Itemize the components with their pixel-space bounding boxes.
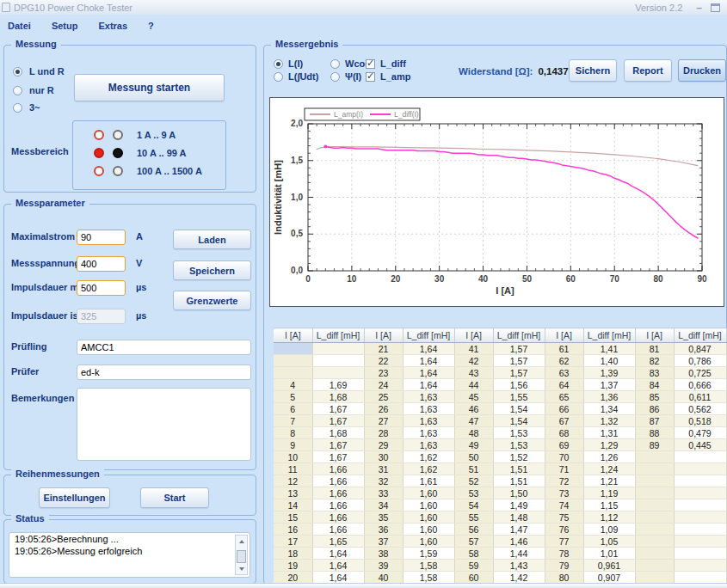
cell-current[interactable]: 66 [545,403,583,415]
cell-ldiff[interactable]: 1,36 [583,391,635,403]
cell-ldiff[interactable] [674,524,726,536]
cell-ldiff[interactable]: 1,66 [312,499,364,511]
cell-ldiff[interactable]: 1,21 [583,475,635,487]
cell-ldiff[interactable] [674,548,726,560]
cell-ldiff[interactable]: 0,611 [674,391,726,403]
maximalstrom-input[interactable] [77,230,126,245]
cell-current[interactable] [274,367,312,379]
cell-current[interactable] [635,463,674,475]
cell-current[interactable]: 78 [545,548,583,560]
cell-current[interactable]: 26 [364,403,403,415]
cell-ldiff[interactable]: 1,43 [493,560,545,572]
minimize-icon[interactable]: – [696,3,702,12]
menu-item-datei[interactable]: Datei [0,21,41,31]
cell-ldiff[interactable]: 1,53 [493,427,545,439]
cell-current[interactable]: 4 [274,379,312,391]
cell-ldiff[interactable]: 1,63 [403,427,454,439]
menu-item-extras[interactable]: Extras [88,21,138,31]
status-scrollbar[interactable] [235,535,248,575]
cell-current[interactable]: 59 [454,560,493,572]
cell-ldiff[interactable]: 0,907 [583,572,635,584]
cell-current[interactable]: 22 [364,355,403,367]
cell-ldiff[interactable]: 1,29 [583,439,635,451]
cell-current[interactable]: 28 [364,427,403,439]
cell-current[interactable]: 74 [545,499,583,511]
cell-ldiff[interactable]: 1,66 [312,511,364,524]
cell-ldiff[interactable]: 1,66 [312,463,364,475]
cell-ldiff[interactable]: 1,67 [312,439,364,451]
messspannung-input[interactable] [77,256,126,272]
cell-current[interactable]: 46 [454,403,493,415]
cell-current[interactable]: 45 [454,391,493,403]
cell-current[interactable]: 17 [274,536,312,548]
cell-current[interactable]: 56 [454,524,493,536]
cell-ldiff[interactable]: 1,60 [403,536,454,548]
cell-current[interactable]: 7 [274,415,312,427]
cell-ldiff[interactable] [674,475,726,487]
cell-current[interactable]: 18 [274,548,312,560]
cell-ldiff[interactable]: 1,64 [403,367,454,379]
cell-current[interactable]: 58 [454,548,493,560]
cell-ldiff[interactable]: 1,64 [403,379,454,391]
checkbox-l-amp[interactable]: L_amp [366,71,410,82]
cell-current[interactable]: 9 [274,439,312,451]
cell-ldiff[interactable]: 1,64 [403,355,454,367]
cell-current[interactable]: 19 [274,560,312,572]
cell-current[interactable] [635,524,674,536]
cell-current[interactable]: 73 [545,487,583,499]
cell-current[interactable]: 77 [545,536,583,548]
cell-current[interactable] [635,487,674,499]
cell-ldiff[interactable]: 1,69 [312,379,364,391]
cell-ldiff[interactable]: 1,46 [493,536,545,548]
cell-ldiff[interactable]: 1,68 [312,427,364,439]
cell-ldiff[interactable]: 1,52 [493,451,545,463]
cell-ldiff[interactable] [674,536,726,548]
cell-ldiff[interactable]: 1,01 [583,548,635,560]
cell-ldiff[interactable]: 1,60 [403,499,454,511]
cell-current[interactable]: 20 [274,572,312,584]
cell-current[interactable]: 86 [635,403,674,415]
cell-current[interactable]: 65 [545,391,583,403]
cell-current[interactable]: 75 [545,511,583,524]
cell-ldiff[interactable] [674,487,726,499]
cell-ldiff[interactable]: 1,67 [312,415,364,427]
cell-ldiff[interactable]: 0,666 [674,379,726,391]
cell-ldiff[interactable]: 1,58 [403,572,454,584]
cell-current[interactable]: 30 [364,451,403,463]
cell-current[interactable]: 53 [454,487,493,499]
cell-ldiff[interactable]: 1,32 [583,415,635,427]
cell-ldiff[interactable]: 1,63 [403,403,454,415]
cell-ldiff[interactable]: 1,62 [403,451,454,463]
cell-ldiff[interactable]: 1,59 [403,548,454,560]
cell-ldiff[interactable]: 1,51 [493,475,545,487]
bemerkungen-input[interactable] [77,388,251,461]
cell-current[interactable]: 84 [635,379,674,391]
cell-ldiff[interactable]: 1,63 [403,415,454,427]
cell-ldiff[interactable]: 1,62 [403,463,454,475]
radio-i[interactable]: Ψ(I) [330,71,361,82]
cell-current[interactable]: 10 [274,451,312,463]
radio-l-i[interactable]: L(I) [274,58,303,69]
cell-current[interactable]: 62 [545,355,583,367]
cell-current[interactable]: 35 [364,511,403,524]
pruefling-input[interactable] [77,340,251,355]
cell-current[interactable] [635,560,674,572]
cell-current[interactable]: 82 [635,355,674,367]
scroll-up-icon[interactable] [237,536,246,546]
cell-ldiff[interactable]: 1,60 [403,511,454,524]
cell-current[interactable]: 67 [545,415,583,427]
cell-current[interactable]: 55 [454,511,493,524]
radio-3[interactable]: 3~ [13,102,40,113]
laden-button[interactable]: Laden [173,230,251,249]
radio-l-und-r[interactable]: L und R [13,66,65,77]
cell-ldiff[interactable]: 1,34 [583,403,635,415]
cell-current[interactable]: 81 [635,343,674,355]
cell-ldiff[interactable] [674,499,726,511]
messung-starten-button[interactable]: Messung starten [74,74,225,101]
impulsdauer-max-input[interactable] [77,280,126,296]
cell-current[interactable]: 16 [274,524,312,536]
cell-ldiff[interactable]: 0,786 [674,355,726,367]
cell-ldiff[interactable]: 1,15 [583,499,635,511]
cell-current[interactable]: 36 [364,524,403,536]
cell-ldiff[interactable]: 1,60 [403,487,454,499]
